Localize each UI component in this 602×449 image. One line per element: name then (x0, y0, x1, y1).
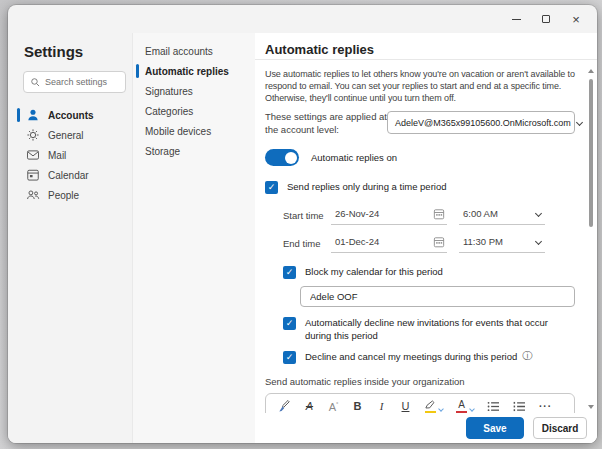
selected-indicator (136, 64, 139, 78)
nav-item-label: Mobile devices (145, 126, 211, 137)
start-time-field[interactable]: 6:00 AM (459, 205, 545, 225)
account-settings-nav: Email accounts Automatic replies Signatu… (133, 33, 255, 443)
highlight-button[interactable] (424, 400, 443, 414)
nav-item-categories[interactable]: Categories (133, 101, 255, 121)
sidebar-item-label: Calendar (48, 170, 89, 181)
start-date-value: 26-Nov-24 (335, 208, 433, 219)
end-date-value: 01-Dec-24 (335, 236, 433, 247)
settings-sidebar: Settings Accounts (8, 33, 133, 443)
account-select[interactable]: AdeleV@M365x99105600.OnMicrosoft.com (387, 111, 575, 134)
maximize-button[interactable] (531, 8, 561, 30)
account-scope-row: These settings are applied at the accoun… (265, 111, 575, 136)
calendar-picker-icon[interactable] (433, 208, 445, 220)
search-icon (30, 77, 41, 88)
search-box[interactable] (23, 71, 126, 93)
end-time-row: End time 01-Dec-24 11:30 PM (283, 232, 575, 254)
scrollbar-thumb[interactable] (589, 79, 593, 227)
nav-item-automatic-replies[interactable]: Automatic replies (133, 61, 255, 81)
nav-item-mobile-devices[interactable]: Mobile devices (133, 121, 255, 141)
automatic-replies-panel: Automatic replies Use automatic replies … (255, 33, 597, 443)
period-options: Block my calendar for this period Automa… (283, 266, 575, 364)
people-icon (26, 188, 40, 202)
numbered-list-icon[interactable] (513, 401, 526, 412)
end-time-field[interactable]: 11:30 PM (459, 233, 545, 253)
nav-item-storage[interactable]: Storage (133, 141, 255, 161)
sidebar-item-label: Accounts (48, 110, 94, 121)
block-calendar-row: Block my calendar for this period (283, 266, 575, 279)
settings-window: × Settings (8, 5, 597, 443)
chevron-down-icon[interactable] (469, 406, 475, 412)
nav-item-signatures[interactable]: Signatures (133, 81, 255, 101)
chevron-down-icon[interactable] (438, 406, 444, 412)
clear-formatting-icon[interactable]: A (304, 401, 315, 412)
sidebar-item-calendar[interactable]: Calendar (17, 165, 132, 185)
settings-title: Settings (24, 43, 132, 60)
panel-header: Automatic replies (255, 33, 597, 60)
format-painter-icon[interactable] (278, 400, 291, 413)
start-time-row: Start time 26-Nov-24 6:00 AM (283, 204, 575, 226)
desktop-backdrop: × Settings (0, 0, 602, 449)
maximize-icon (542, 15, 550, 23)
gear-icon (26, 128, 40, 142)
titlebar: × (8, 5, 597, 33)
toggle-label: Automatic replies on (311, 152, 397, 163)
send-period-row: Send replies only during a time period (265, 181, 575, 194)
automatic-replies-toggle[interactable] (265, 149, 299, 166)
nav-item-label: Signatures (145, 86, 193, 97)
sidebar-item-people[interactable]: People (17, 185, 132, 205)
calendar-icon (26, 168, 40, 182)
close-button[interactable]: × (561, 8, 591, 30)
end-date-field[interactable]: 01-Dec-24 (331, 233, 447, 253)
font-size-icon[interactable]: A° (328, 401, 339, 413)
sidebar-item-mail[interactable]: Mail (17, 145, 132, 165)
search-input[interactable] (45, 77, 125, 87)
italic-button[interactable]: I (376, 401, 387, 412)
time-range-section: Start time 26-Nov-24 6:00 AM (283, 204, 575, 254)
inside-org-label: Send automatic replies inside your organ… (265, 376, 575, 387)
panel-footer: Save Discard (255, 413, 597, 443)
info-icon[interactable]: ⓘ (522, 351, 532, 361)
nav-item-email-accounts[interactable]: Email accounts (133, 41, 255, 61)
more-options-button[interactable]: ··· (539, 401, 552, 412)
decline-cancel-checkbox[interactable] (283, 351, 296, 364)
chevron-down-icon[interactable] (535, 238, 542, 245)
nav-item-label: Categories (145, 106, 193, 117)
nav-item-label: Storage (145, 146, 180, 157)
start-date-field[interactable]: 26-Nov-24 (331, 205, 447, 225)
description-text: Use automatic replies to let others know… (265, 68, 583, 104)
save-button[interactable]: Save (466, 417, 524, 439)
start-time-value: 6:00 AM (463, 208, 536, 219)
sidebar-item-accounts[interactable]: Accounts (17, 105, 132, 125)
decline-cancel-row: Decline and cancel my meetings during th… (283, 351, 575, 364)
block-calendar-label: Block my calendar for this period (305, 266, 443, 279)
sidebar-item-label: Mail (48, 150, 66, 161)
nav-item-label: Email accounts (145, 46, 213, 57)
sidebar-item-label: People (48, 190, 79, 201)
vertical-scrollbar[interactable] (586, 69, 596, 409)
discard-button[interactable]: Discard (533, 417, 587, 439)
scroll-up-arrow[interactable] (588, 69, 594, 73)
calendar-picker-icon[interactable] (433, 236, 445, 248)
account-scope-label: These settings are applied at the accoun… (265, 111, 387, 136)
person-icon (26, 108, 40, 122)
send-period-label: Send replies only during a time period (287, 181, 446, 194)
minimize-button[interactable] (501, 8, 531, 30)
block-calendar-checkbox[interactable] (283, 266, 296, 279)
sidebar-item-general[interactable]: General (17, 125, 132, 145)
nav-item-label: Automatic replies (145, 66, 229, 77)
bold-button[interactable]: B (352, 401, 363, 412)
account-select-value: AdeleV@M365x99105600.OnMicrosoft.com (395, 118, 571, 128)
auto-decline-checkbox[interactable] (283, 317, 296, 330)
start-time-label: Start time (283, 210, 331, 221)
send-period-checkbox[interactable] (265, 181, 278, 194)
panel-scroll-region: Use automatic replies to let others know… (255, 61, 597, 443)
decline-cancel-label: Decline and cancel my meetings during th… (305, 351, 517, 364)
underline-button[interactable]: U (400, 401, 411, 412)
event-title-input[interactable] (300, 286, 575, 307)
end-time-value: 11:30 PM (463, 236, 536, 247)
bullet-list-icon[interactable] (487, 401, 500, 412)
sidebar-item-label: General (48, 130, 84, 141)
scroll-down-arrow[interactable] (588, 405, 594, 409)
font-color-button[interactable]: A (456, 400, 474, 414)
chevron-down-icon[interactable] (535, 210, 542, 217)
